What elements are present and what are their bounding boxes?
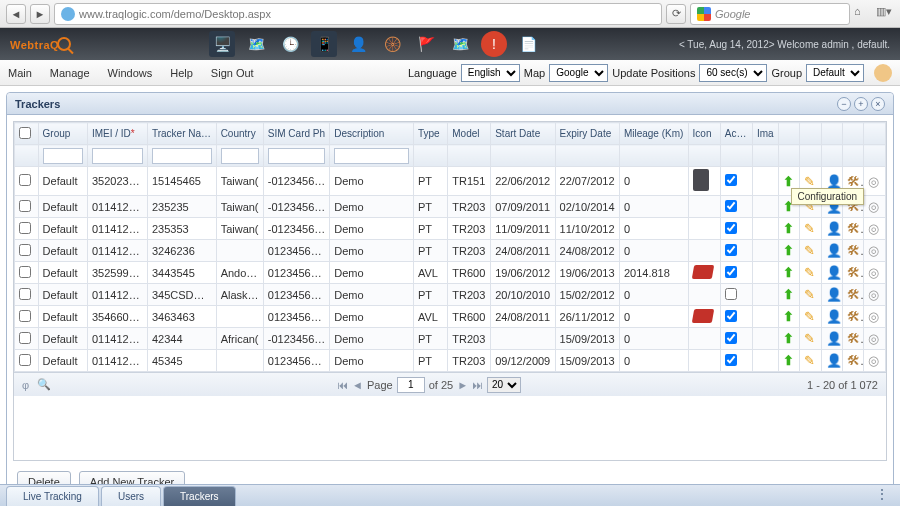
back-button[interactable]: ◄: [6, 4, 26, 24]
col-header[interactable]: [842, 123, 863, 145]
table-row[interactable]: Default3525990433443545Andorra0123456789…: [15, 262, 886, 284]
route-icon[interactable]: 🗺️: [447, 31, 473, 57]
person-icon[interactable]: 👤: [826, 174, 843, 189]
filter-input[interactable]: [152, 148, 212, 164]
tab-live-tracking[interactable]: Live Tracking: [6, 486, 99, 506]
active-checkbox[interactable]: [725, 222, 737, 234]
col-header[interactable]: Type: [413, 123, 447, 145]
arrow-up-icon[interactable]: ⬆: [783, 221, 794, 236]
person-icon[interactable]: 👤: [826, 265, 843, 280]
menu-help[interactable]: Help: [170, 67, 193, 79]
config-icon[interactable]: 🛠: [847, 243, 864, 258]
map-icon[interactable]: 🗺️: [243, 31, 269, 57]
config-icon[interactable]: 🛠: [847, 221, 864, 236]
row-checkbox[interactable]: [19, 174, 31, 186]
col-header[interactable]: [778, 123, 799, 145]
person-icon[interactable]: 👤: [826, 353, 843, 368]
menu-main[interactable]: Main: [8, 67, 32, 79]
col-header[interactable]: Start Date: [491, 123, 555, 145]
col-header[interactable]: IMEI / ID: [87, 123, 147, 145]
menu-windows[interactable]: Windows: [108, 67, 153, 79]
arrow-up-icon[interactable]: ⬆: [783, 174, 794, 189]
active-checkbox[interactable]: [725, 332, 737, 344]
active-checkbox[interactable]: [725, 200, 737, 212]
reload-button[interactable]: ⟳: [666, 4, 686, 24]
col-header[interactable]: Tracker Name: [147, 123, 216, 145]
report-icon[interactable]: 📄: [515, 31, 541, 57]
table-row[interactable]: Default011412000235235Taiwan(-0123456789…: [15, 196, 886, 218]
config-icon[interactable]: 🛠: [847, 331, 864, 346]
arrow-up-icon[interactable]: ⬆: [783, 287, 794, 302]
active-checkbox[interactable]: [725, 310, 737, 322]
filter-input[interactable]: [221, 148, 259, 164]
table-row[interactable]: Default011412000345CSDSWFAlaska (0123456…: [15, 284, 886, 306]
filter-input[interactable]: [268, 148, 326, 164]
col-header[interactable]: SIM Card Ph: [263, 123, 330, 145]
active-checkbox[interactable]: [725, 288, 737, 300]
wheel-icon[interactable]: ◎: [868, 287, 879, 302]
row-checkbox[interactable]: [19, 310, 31, 322]
active-checkbox[interactable]: [725, 354, 737, 366]
edit-icon[interactable]: ✎: [804, 265, 815, 280]
fwd-button[interactable]: ►: [30, 4, 50, 24]
wheel-icon[interactable]: ◎: [868, 243, 879, 258]
search-box[interactable]: Google: [690, 3, 850, 25]
table-row[interactable]: Default01141200042344African(-0123456789…: [15, 328, 886, 350]
wheel-icon[interactable]: ◎: [868, 221, 879, 236]
person-icon[interactable]: 👤: [826, 309, 843, 324]
home-icon[interactable]: ⌂: [854, 5, 872, 23]
col-header[interactable]: Active: [720, 123, 752, 145]
search-icon[interactable]: 🔍: [37, 378, 51, 391]
wheel-icon[interactable]: ◎: [868, 199, 879, 214]
flag-icon[interactable]: 🚩: [413, 31, 439, 57]
filter-input[interactable]: [334, 148, 409, 164]
col-header[interactable]: Group: [38, 123, 87, 145]
wheel-icon[interactable]: ◎: [868, 174, 879, 189]
tab-trackers[interactable]: Trackers: [163, 486, 236, 506]
board-icon[interactable]: 🖥️: [209, 31, 235, 57]
edit-icon[interactable]: ✎: [804, 309, 815, 324]
config-icon[interactable]: 🛠: [847, 287, 864, 302]
active-checkbox[interactable]: [725, 266, 737, 278]
table-row[interactable]: Default35202300615145465Taiwan(-01234567…: [15, 167, 886, 196]
col-header[interactable]: Model: [448, 123, 491, 145]
current-user-icon[interactable]: [874, 64, 892, 82]
edit-icon[interactable]: ✎: [804, 243, 815, 258]
table-row[interactable]: Default011412000453450123456789DemoPTTR2…: [15, 350, 886, 372]
arrow-up-icon[interactable]: ⬆: [783, 265, 794, 280]
row-checkbox[interactable]: [19, 222, 31, 234]
col-header[interactable]: Ima: [752, 123, 778, 145]
row-checkbox[interactable]: [19, 332, 31, 344]
bookmark-icon[interactable]: ▥▾: [876, 5, 894, 23]
col-header[interactable]: Country: [216, 123, 263, 145]
map-select[interactable]: Google: [549, 64, 608, 82]
config-icon[interactable]: 🛠: [847, 353, 864, 368]
col-header[interactable]: Expiry Date: [555, 123, 619, 145]
tab-users[interactable]: Users: [101, 486, 161, 506]
person-icon[interactable]: 👤: [826, 287, 843, 302]
wheel-icon[interactable]: 🛞: [379, 31, 405, 57]
wheel-icon[interactable]: ◎: [868, 331, 879, 346]
row-checkbox[interactable]: [19, 244, 31, 256]
arrow-up-icon[interactable]: ⬆: [783, 243, 794, 258]
row-checkbox[interactable]: [19, 200, 31, 212]
select-all-checkbox[interactable]: [19, 127, 31, 139]
menu-manage[interactable]: Manage: [50, 67, 90, 79]
arrow-up-icon[interactable]: ⬆: [783, 353, 794, 368]
wheel-icon[interactable]: ◎: [868, 309, 879, 324]
table-row[interactable]: Default35466004434634630123456789DemoAVL…: [15, 306, 886, 328]
edit-icon[interactable]: ✎: [804, 331, 815, 346]
arrow-up-icon[interactable]: ⬆: [783, 331, 794, 346]
active-checkbox[interactable]: [725, 174, 737, 186]
col-header[interactable]: Mileage (Km): [619, 123, 688, 145]
col-header[interactable]: [800, 123, 821, 145]
person-icon[interactable]: 👤: [826, 221, 843, 236]
config-icon[interactable]: 🛠: [847, 309, 864, 324]
prev-page-icon[interactable]: ◄: [352, 379, 363, 391]
page-size-select[interactable]: 20: [487, 377, 521, 393]
col-header[interactable]: Icon: [688, 123, 720, 145]
config-icon[interactable]: 🛠: [847, 174, 864, 189]
page-input[interactable]: [397, 377, 425, 393]
first-page-icon[interactable]: ⏮: [337, 379, 348, 391]
row-checkbox[interactable]: [19, 266, 31, 278]
